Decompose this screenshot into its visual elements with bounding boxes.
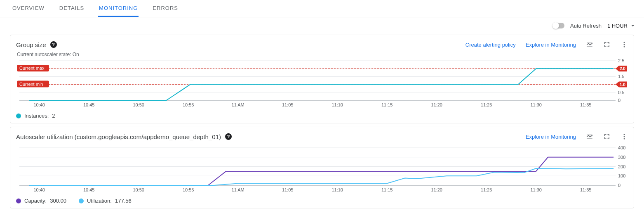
svg-text:2.5: 2.5 xyxy=(618,59,624,63)
card-title: Group size xyxy=(16,41,46,48)
svg-text:0: 0 xyxy=(618,183,620,188)
svg-text:10:50: 10:50 xyxy=(133,102,144,107)
auto-refresh-toggle[interactable] xyxy=(553,23,564,28)
utilization-chart: 010020030040010:4010:4510:5010:5511 AM11… xyxy=(16,146,630,194)
svg-point-1 xyxy=(624,44,625,45)
legend-utilization[interactable]: Utilization: 177.56 xyxy=(79,198,132,204)
legend-toggle-icon[interactable] xyxy=(586,133,593,140)
svg-text:11:25: 11:25 xyxy=(481,102,492,107)
svg-text:0: 0 xyxy=(618,98,620,103)
svg-text:11:35: 11:35 xyxy=(580,102,592,107)
chart-toolbar: Auto Refresh 1 HOUR xyxy=(0,17,644,32)
group-size-chart: 00.511.522.510:4010:4510:5010:5511 AM11:… xyxy=(16,59,630,109)
legend-value: 300.00 xyxy=(50,198,66,204)
fullscreen-icon[interactable] xyxy=(603,41,611,48)
create-alerting-policy-link[interactable]: Create alerting policy xyxy=(465,42,516,48)
svg-point-2 xyxy=(624,46,625,47)
help-icon[interactable]: ? xyxy=(50,41,57,48)
card-group-size: Group size ? Create alerting policy Expl… xyxy=(10,35,634,123)
help-icon[interactable]: ? xyxy=(225,133,232,140)
explore-in-monitoring-link[interactable]: Explore in Monitoring xyxy=(526,42,576,48)
svg-text:0.5: 0.5 xyxy=(618,90,624,95)
svg-text:300: 300 xyxy=(618,155,625,160)
svg-text:10:40: 10:40 xyxy=(33,102,45,107)
svg-text:400: 400 xyxy=(618,146,625,150)
svg-point-38 xyxy=(624,138,625,139)
legend-value: 177.56 xyxy=(115,198,132,204)
svg-text:10:50: 10:50 xyxy=(133,187,144,192)
svg-text:200: 200 xyxy=(618,164,625,169)
svg-text:11:30: 11:30 xyxy=(530,102,542,107)
fullscreen-icon[interactable] xyxy=(603,133,611,140)
svg-text:2.0: 2.0 xyxy=(620,66,625,71)
tab-details[interactable]: DETAILS xyxy=(59,0,85,17)
svg-text:Current min: Current min xyxy=(19,82,43,87)
time-range-select[interactable]: 1 HOUR xyxy=(607,22,637,29)
explore-in-monitoring-link[interactable]: Explore in Monitoring xyxy=(526,134,576,140)
legend-dot-icon xyxy=(16,113,21,118)
svg-text:10:45: 10:45 xyxy=(83,187,95,192)
svg-text:11 AM: 11 AM xyxy=(232,102,244,107)
svg-text:11:25: 11:25 xyxy=(481,187,492,192)
svg-text:11:10: 11:10 xyxy=(331,102,343,107)
auto-refresh-label: Auto Refresh xyxy=(570,23,602,29)
tab-bar: OVERVIEW DETAILS MONITORING ERRORS xyxy=(0,0,644,17)
svg-text:10:40: 10:40 xyxy=(33,187,45,192)
legend-name: Utilization: xyxy=(87,198,112,204)
svg-text:1.5: 1.5 xyxy=(618,74,624,79)
svg-point-0 xyxy=(624,42,625,43)
svg-text:11:05: 11:05 xyxy=(282,102,294,107)
svg-text:11:05: 11:05 xyxy=(282,187,294,192)
chevron-down-icon xyxy=(629,22,637,29)
legend-name: Instances: xyxy=(24,113,49,119)
legend-capacity[interactable]: Capacity: 300.00 xyxy=(16,198,66,204)
svg-text:10:45: 10:45 xyxy=(83,102,95,107)
svg-point-37 xyxy=(624,136,625,137)
legend-value: 2 xyxy=(52,113,55,119)
svg-text:11:15: 11:15 xyxy=(381,102,393,107)
autoscaler-state-label: Current autoscaler state: On xyxy=(17,52,628,57)
more-vert-icon[interactable] xyxy=(620,41,628,48)
svg-text:100: 100 xyxy=(618,173,625,178)
svg-text:11 AM: 11 AM xyxy=(232,187,244,192)
svg-text:11:20: 11:20 xyxy=(431,187,442,192)
legend-name: Capacity: xyxy=(24,198,47,204)
svg-text:11:10: 11:10 xyxy=(331,187,343,192)
svg-text:11:20: 11:20 xyxy=(431,102,442,107)
card-autoscaler-utilization: Autoscaler utilization (custom.googleapi… xyxy=(10,127,634,208)
svg-text:Current max: Current max xyxy=(19,66,45,71)
legend-toggle-icon[interactable] xyxy=(586,41,593,48)
card-title: Autoscaler utilization (custom.googleapi… xyxy=(16,133,221,140)
svg-text:10:55: 10:55 xyxy=(183,102,194,107)
svg-point-36 xyxy=(624,134,625,135)
svg-text:11:35: 11:35 xyxy=(580,187,592,192)
svg-text:11:15: 11:15 xyxy=(381,187,393,192)
svg-text:11:30: 11:30 xyxy=(530,187,542,192)
legend-dot-icon xyxy=(79,198,84,203)
time-range-value: 1 HOUR xyxy=(607,23,628,29)
tab-errors[interactable]: ERRORS xyxy=(152,0,179,17)
legend-instances[interactable]: Instances: 2 xyxy=(16,113,55,119)
tab-overview[interactable]: OVERVIEW xyxy=(12,0,45,17)
more-vert-icon[interactable] xyxy=(620,133,628,140)
legend-dot-icon xyxy=(16,198,21,203)
svg-text:10:55: 10:55 xyxy=(183,187,194,192)
tab-monitoring[interactable]: MONITORING xyxy=(98,0,139,17)
svg-text:1.0: 1.0 xyxy=(620,83,625,87)
